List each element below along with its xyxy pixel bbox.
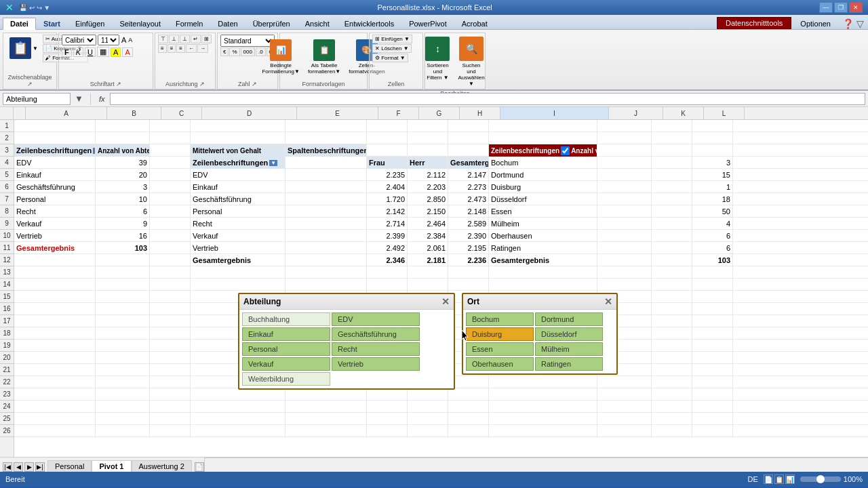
row-11[interactable]: 11 — [0, 242, 14, 254]
cell-D3[interactable]: Mittelwert von Gehalt — [191, 144, 285, 157]
italic-btn[interactable]: K — [73, 47, 83, 57]
cell-D8[interactable]: Personal — [191, 205, 285, 218]
cell-A12[interactable] — [14, 254, 96, 266]
cell-L4[interactable]: 3 — [692, 157, 733, 169]
tab-datei[interactable]: Datei — [3, 18, 36, 30]
cell-F4[interactable]: Frau — [367, 157, 408, 169]
cell-J3[interactable] — [597, 144, 652, 157]
btn-suchen[interactable]: 🔍 Suchen undAuswählen ▼ — [454, 35, 488, 89]
col-header-J[interactable]: J — [609, 107, 663, 119]
indent-inc[interactable]: → — [197, 44, 208, 53]
col-header-G[interactable]: G — [419, 107, 460, 119]
col-header-H[interactable]: H — [460, 107, 500, 119]
cell-B4[interactable]: 39 — [96, 157, 150, 169]
cell-L13[interactable] — [692, 266, 733, 279]
cell-G3[interactable] — [408, 144, 448, 157]
align-center[interactable]: ≡ — [167, 44, 176, 53]
indent-dec[interactable]: ← — [186, 44, 197, 53]
cell-D4[interactable]: Zeilenbeschriftungen ▼ — [191, 157, 285, 169]
cell-J12[interactable] — [597, 254, 652, 266]
cell-F5[interactable]: 2.235 — [367, 169, 408, 181]
slicer-item-buchhaltung[interactable]: Buchhaltung — [242, 312, 330, 326]
cell-G7[interactable]: 2.850 — [408, 193, 448, 205]
cell-L7[interactable]: 18 — [692, 193, 733, 205]
tab-ueberpruefen[interactable]: Überprüfen — [245, 18, 298, 29]
cell-B1[interactable] — [96, 120, 150, 132]
tab-acrobat[interactable]: Acrobat — [454, 18, 495, 29]
cell-F11[interactable]: 2.492 — [367, 242, 408, 254]
slicer-item-vertrieb[interactable]: Vertrieb — [332, 357, 420, 371]
name-box-arrow[interactable]: ▼ — [73, 94, 85, 104]
col-header-B[interactable]: B — [107, 107, 161, 119]
slicer-item-oberhausen[interactable]: Oberhausen — [466, 357, 534, 371]
align-right[interactable]: ≡ — [176, 44, 185, 53]
row-12[interactable]: 12 — [0, 254, 14, 266]
cell-I5[interactable]: Dortmund — [489, 169, 597, 181]
row-1[interactable]: 1 — [0, 120, 14, 132]
tab-ansicht[interactable]: Ansicht — [298, 18, 337, 29]
cell-G5[interactable]: 2.112 — [408, 169, 448, 181]
col-header-C[interactable]: C — [161, 107, 202, 119]
cell-C1[interactable] — [150, 120, 191, 132]
cell-J4[interactable] — [597, 157, 652, 169]
sheet-nav-last[interactable]: ▶| — [35, 462, 45, 472]
sheet-tab-pivot1[interactable]: Pivot 1 — [92, 460, 131, 472]
cell-D10[interactable]: Verkauf — [191, 230, 285, 242]
cell-E8[interactable] — [285, 205, 367, 218]
cell-B3[interactable]: Anzahl von Abteilung — [96, 144, 150, 157]
cell-L12[interactable]: 103 — [692, 254, 733, 266]
formula-input[interactable] — [110, 93, 865, 105]
cell-D1[interactable] — [191, 120, 285, 132]
btn-format-zellen[interactable]: ⚙ Format ▼ — [372, 54, 408, 62]
cell-I4[interactable]: Bochum — [489, 157, 597, 169]
row-14[interactable]: 14 — [0, 279, 14, 291]
cell-H9[interactable]: 2.589 — [448, 218, 489, 230]
zoom-slider-thumb[interactable] — [816, 475, 825, 483]
slicer-abteilung[interactable]: Abteilung ✕ Buchhaltung EDV Einkauf Gesc… — [238, 293, 455, 390]
cell-C3[interactable] — [150, 144, 191, 157]
cell-C2[interactable] — [150, 132, 191, 144]
cell-F9[interactable]: 2.714 — [367, 218, 408, 230]
thousand-btn[interactable]: 000 — [241, 47, 255, 56]
underline-btn[interactable]: U — [85, 47, 96, 57]
cell-H5[interactable]: 2.147 — [448, 169, 489, 181]
cell-B8[interactable]: 6 — [96, 205, 150, 218]
bold-btn[interactable]: F — [62, 47, 72, 57]
cell-K2[interactable] — [652, 132, 692, 144]
name-box[interactable] — [3, 93, 71, 105]
row-23[interactable]: 23 — [0, 388, 14, 401]
cell-E10[interactable] — [285, 230, 367, 242]
btn-sortieren[interactable]: ↕ Sortieren undFiltern ▼ — [422, 35, 453, 83]
cell-K10[interactable] — [652, 230, 692, 242]
cell-J8[interactable] — [597, 205, 652, 218]
cell-L6[interactable]: 1 — [692, 181, 733, 193]
cell-F10[interactable]: 2.399 — [367, 230, 408, 242]
cell-F2[interactable] — [367, 132, 408, 144]
checkbox-I3[interactable] — [561, 146, 570, 155]
cell-J10[interactable] — [597, 230, 652, 242]
cell-E4[interactable] — [285, 157, 367, 169]
cell-C6[interactable] — [150, 181, 191, 193]
tab-powerpivot[interactable]: PowerPivot — [401, 18, 454, 29]
cell-K12[interactable] — [652, 254, 692, 266]
cell-K3[interactable] — [652, 144, 692, 157]
wrap-text[interactable]: ↵ — [191, 35, 201, 43]
cell-K13[interactable] — [652, 266, 692, 279]
align-middle[interactable]: ⊥ — [169, 35, 179, 43]
cell-F3[interactable] — [367, 144, 408, 157]
row-21[interactable]: 21 — [0, 364, 14, 376]
cell-C12[interactable] — [150, 254, 191, 266]
align-top[interactable]: ⊤ — [158, 35, 168, 43]
cell-I8[interactable]: Essen — [489, 205, 597, 218]
sheet-nav-prev[interactable]: ◀ — [14, 462, 23, 472]
cell-C13[interactable] — [150, 266, 191, 279]
slicer-item-weiterbildung[interactable]: Weiterbildung — [242, 372, 330, 386]
font-size-down[interactable]: A — [128, 37, 132, 43]
cell-H13[interactable] — [448, 266, 489, 279]
col-header-L[interactable]: L — [704, 107, 745, 119]
col-header-E[interactable]: E — [297, 107, 378, 119]
cell-E6[interactable] — [285, 181, 367, 193]
restore-btn[interactable]: ❐ — [834, 2, 848, 13]
sheet-nav-first[interactable]: |◀ — [3, 462, 12, 472]
slicer-item-recht[interactable]: Recht — [332, 342, 420, 356]
